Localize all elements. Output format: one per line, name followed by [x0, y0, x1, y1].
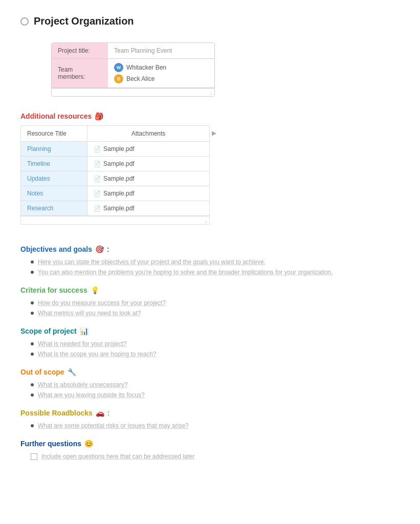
bullet-dot — [31, 394, 34, 397]
bullet-dot — [31, 424, 34, 427]
member-name-beck: Beck Alice — [126, 75, 154, 82]
cell-title: Research — [21, 201, 87, 215]
project-info-table: Project title: Team Planning Event Team … — [51, 42, 215, 97]
checkbox-icon[interactable] — [31, 453, 37, 460]
col-attachments: Attachments — [87, 126, 209, 141]
list-item: What are you leaving outside its focus? — [31, 391, 400, 399]
avatar-beck: B — [114, 74, 123, 83]
list-item: What is absolutely unnecessary? — [31, 381, 400, 388]
scope-list: What is needed for your project? What is… — [31, 340, 400, 358]
criteria-heading: Criteria for success 💡 — [20, 286, 400, 294]
cell-title: Planning — [21, 142, 87, 156]
roadblocks-list: What are some potential risks or issues … — [31, 422, 400, 429]
bullet-dot — [31, 312, 34, 315]
scope-emoji: 📊 — [80, 327, 89, 335]
additional-resources-emoji: 🎒 — [95, 112, 103, 120]
team-members-value: W Whitacker Ben B Beck Alice — [108, 59, 214, 88]
title-circle-icon — [20, 17, 29, 26]
scope-heading: Scope of project 📊 — [20, 327, 400, 335]
resources-table-header: Resource Title Attachments — [21, 126, 209, 142]
resources-table: Resource Title Attachments Planning 📄 Sa… — [20, 125, 210, 225]
team-member-2: B Beck Alice — [114, 74, 208, 83]
table-row[interactable]: Updates 📄 Sample.pdf — [21, 171, 209, 186]
bullet-dot — [31, 353, 34, 356]
out-of-scope-emoji: 🔧 — [68, 368, 76, 376]
table-resize-handle[interactable]: ⌟ — [21, 216, 209, 224]
list-item: What is needed for your project? — [31, 340, 400, 347]
additional-resources-heading: Additional resources 🎒 — [20, 112, 400, 120]
list-item: How do you measure success for your proj… — [31, 299, 400, 307]
list-item: Here you can state the objectives of you… — [31, 258, 400, 266]
pdf-icon: 📄 — [94, 190, 101, 197]
bullet-dot — [31, 260, 34, 264]
pdf-icon: 📄 — [94, 146, 101, 152]
project-title-label: Project title: — [52, 43, 108, 58]
col-resource-title: Resource Title — [21, 126, 87, 141]
table-row[interactable]: Planning 📄 Sample.pdf — [21, 142, 209, 157]
team-members-row: Team members: W Whitacker Ben B Beck Ali… — [52, 59, 214, 88]
pdf-icon: 📄 — [94, 205, 101, 212]
criteria-emoji: 💡 — [91, 286, 99, 294]
table-row[interactable]: Research 📄 Sample.pdf — [21, 201, 209, 216]
cell-title: Timeline — [21, 157, 87, 171]
page-title: Project Organization — [34, 15, 134, 27]
member-name-whitacker: Whitacker Ben — [126, 64, 166, 71]
further-questions-emoji: 😊 — [84, 440, 93, 448]
objectives-emoji: 🎯 — [95, 245, 104, 253]
cell-attachment: 📄 Sample.pdf — [87, 142, 209, 156]
team-member-1: W Whitacker Ben — [114, 63, 208, 72]
pdf-icon: 📄 — [94, 176, 101, 182]
cell-attachment: 📄 Sample.pdf — [87, 186, 209, 201]
cell-attachment: 📄 Sample.pdf — [87, 157, 209, 171]
objectives-list: Here you can state the objectives of you… — [31, 258, 400, 276]
table-row[interactable]: Notes 📄 Sample.pdf — [21, 186, 209, 201]
checkbox-item[interactable]: Include open questions here that can be … — [31, 453, 400, 460]
out-of-scope-heading: Out of scope 🔧 — [20, 368, 400, 376]
further-questions-heading: Further questions 😊 — [20, 440, 400, 448]
list-item: What metrics will you need to look at? — [31, 310, 400, 317]
criteria-list: How do you measure success for your proj… — [31, 299, 400, 317]
cell-title: Notes — [21, 186, 87, 201]
objectives-heading: Objectives and goals 🎯 : — [20, 245, 400, 253]
project-title-row: Project title: Team Planning Event — [52, 43, 214, 59]
cell-title: Updates — [21, 171, 87, 186]
page-title-row: Project Organization — [20, 15, 400, 27]
resize-handle[interactable]: ⌟ — [52, 88, 214, 96]
avatar-whitacker: W — [114, 63, 123, 72]
team-members-label: Team members: — [52, 59, 108, 88]
table-row[interactable]: Timeline 📄 Sample.pdf — [21, 157, 209, 171]
roadblocks-emoji: 🚗 — [96, 409, 104, 417]
expand-arrow-icon[interactable]: ▶ — [210, 125, 218, 141]
list-item: What is the scope you are hoping to reac… — [31, 351, 400, 358]
list-item: What are some potential risks or issues … — [31, 422, 400, 429]
bullet-dot — [31, 301, 34, 304]
roadblocks-heading: Possible Roadblocks 🚗 : — [20, 409, 400, 417]
bullet-dot — [31, 383, 34, 386]
out-of-scope-list: What is absolutely unnecessary? What are… — [31, 381, 400, 399]
bullet-dot — [31, 342, 34, 345]
cell-attachment: 📄 Sample.pdf — [87, 201, 209, 215]
project-title-value[interactable]: Team Planning Event — [108, 43, 214, 58]
pdf-icon: 📄 — [94, 161, 101, 167]
list-item: You can also mention the problems you're… — [31, 269, 400, 276]
cell-attachment: 📄 Sample.pdf — [87, 171, 209, 186]
further-questions-list: Include open questions here that can be … — [20, 453, 400, 460]
bullet-dot — [31, 271, 34, 274]
